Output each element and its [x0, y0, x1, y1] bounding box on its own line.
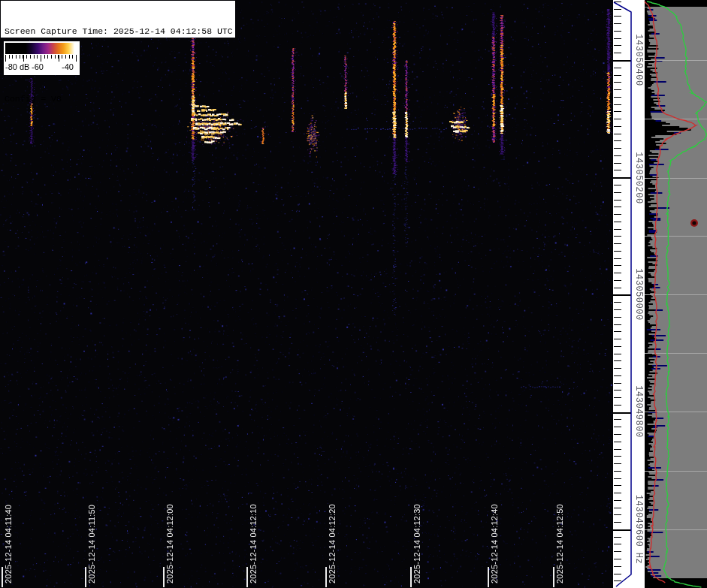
colorbar-label-max: -40	[62, 62, 74, 71]
frequency-label: 143050200	[633, 152, 644, 204]
time-tick	[553, 567, 554, 587]
time-label: 2025-12-14 04:12:50	[555, 504, 564, 583]
frequency-label: 143049600 Hz	[633, 495, 644, 564]
colorbar-legend: -80 dB -60 -40	[4, 41, 80, 75]
capture-time-text: Screen Capture Time: 2025-12-14 04:12:58…	[5, 26, 231, 37]
time-label: 2025-12-14 04:12:10	[249, 504, 258, 583]
colorbar-labels: -80 dB -60 -40	[4, 62, 80, 74]
time-tick	[2, 567, 3, 587]
time-tick	[410, 567, 412, 587]
frequency-label: 143049800	[633, 385, 644, 437]
colorbar-tick-ruler	[5, 55, 78, 62]
time-label: 2025-12-14 04:12:00	[165, 504, 174, 583]
capture-info-box: Screen Capture Time: 2025-12-14 04:12:58…	[1, 1, 235, 38]
time-label: 2025-12-14 04:12:20	[328, 504, 337, 583]
frequency-label: 143050400	[633, 34, 644, 86]
time-tick	[488, 567, 489, 587]
time-label: 2025-12-14 04:12:40	[490, 504, 499, 583]
time-tick	[325, 567, 327, 587]
spectrogram-app: Screen Capture Time: 2025-12-14 04:12:58…	[0, 0, 707, 588]
colorbar-label-min: -80 dB	[5, 62, 29, 71]
time-label: 2025-12-14 04:12:30	[412, 504, 421, 583]
config-text: Config = V8	[5, 93, 231, 104]
time-tick	[163, 567, 165, 587]
colorbar-label-mid: -60	[32, 62, 44, 71]
colorbar-gradient	[5, 43, 78, 54]
time-tick	[246, 567, 248, 587]
frequency-label: 143050000	[633, 268, 644, 320]
time-label: 2025-12-14 04:11:40	[4, 505, 13, 583]
time-tick	[85, 567, 86, 587]
time-label: 2025-12-14 04:11:50	[87, 505, 96, 583]
